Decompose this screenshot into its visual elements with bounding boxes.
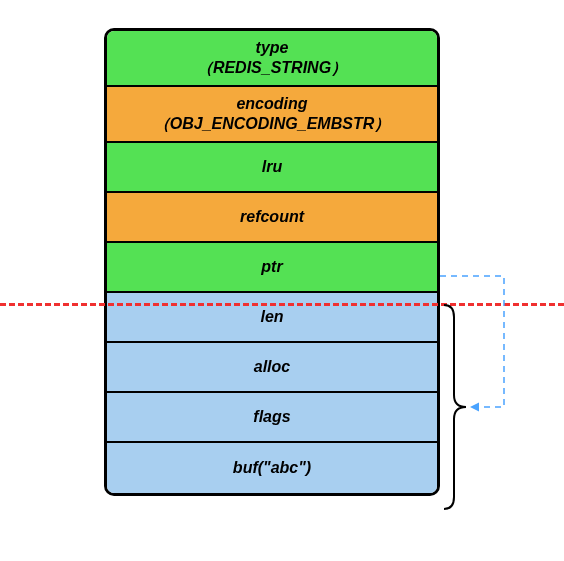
- row-refcount: refcount: [107, 193, 437, 243]
- row-buf-abc-: buf("abc"): [107, 443, 437, 493]
- diagram-stage: type（REDIS_STRING）encoding（OBJ_ENCODING_…: [0, 0, 564, 561]
- row-label: ptr: [261, 257, 282, 277]
- memory-stack: type（REDIS_STRING）encoding（OBJ_ENCODING_…: [104, 28, 440, 496]
- row-len: len: [107, 293, 437, 343]
- row-ptr: ptr: [107, 243, 437, 293]
- row-flags: flags: [107, 393, 437, 443]
- row-label: refcount: [240, 207, 304, 227]
- curly-brace: [442, 303, 468, 511]
- row-alloc: alloc: [107, 343, 437, 393]
- row-type: type（REDIS_STRING）: [107, 31, 437, 87]
- row-label: len: [260, 307, 283, 327]
- row-sublabel: （OBJ_ENCODING_EMBSTR）: [154, 114, 390, 134]
- row-label: type: [256, 38, 289, 58]
- row-label: lru: [262, 157, 282, 177]
- row-lru: lru: [107, 143, 437, 193]
- row-sublabel: （REDIS_STRING）: [197, 58, 347, 78]
- row-label: buf("abc"): [233, 458, 311, 478]
- row-label: alloc: [254, 357, 290, 377]
- separator-line: [0, 303, 564, 306]
- row-encoding: encoding（OBJ_ENCODING_EMBSTR）: [107, 87, 437, 143]
- row-label: flags: [253, 407, 290, 427]
- row-label: encoding: [236, 94, 307, 114]
